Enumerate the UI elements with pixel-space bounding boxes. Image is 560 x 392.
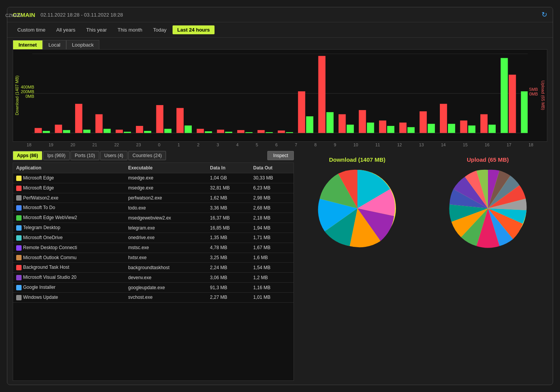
tab-internet[interactable]: Internet [13, 40, 43, 49]
svg-rect-23 [237, 130, 245, 133]
svg-rect-3 [35, 128, 42, 133]
app-exe-cell: backgroundtaskhost [125, 263, 207, 273]
svg-rect-8 [83, 130, 91, 133]
table-row[interactable]: Microsoft Outlook Commu hxtsr.exe 3,25 M… [13, 253, 293, 263]
svg-rect-37 [379, 121, 386, 133]
app-name-cell: Google Installer [13, 283, 125, 293]
svg-rect-44 [448, 124, 455, 133]
download-pie-section: Download (1407 MB) [315, 156, 400, 251]
tab-apps[interactable]: Apps (86) [13, 151, 42, 160]
svg-rect-22 [225, 132, 232, 133]
table-row[interactable]: PerfWatson2.exe perfwatson2.exe 1,62 MB … [13, 193, 293, 203]
chart-inner [32, 50, 528, 141]
app-exe-cell: perfwatson2.exe [125, 193, 207, 203]
svg-rect-29 [298, 91, 305, 133]
app-table-container[interactable]: Application Executable Data In Data Out … [13, 162, 294, 381]
tab-users[interactable]: Users (4) [100, 151, 127, 160]
col-data-out: Data Out [250, 163, 293, 173]
svg-rect-34 [347, 125, 354, 133]
tab-countries[interactable]: Countries (24) [128, 151, 166, 160]
network-tabs: Internet Local Loopback [7, 38, 553, 49]
svg-rect-41 [419, 111, 427, 133]
app-data-in-cell: 1,62 MB [207, 193, 250, 203]
app-data-out-cell: 1,01 MB [250, 292, 293, 302]
tab-loopback[interactable]: Loopback [66, 40, 99, 49]
table-row[interactable]: Background Task Host backgroundtaskhost … [13, 263, 293, 273]
app-data-in-cell: 3,25 MB [207, 253, 250, 263]
table-row[interactable]: Microsoft Edge msedge.exe 1,04 GB 30,33 … [13, 173, 293, 183]
app-data-in-cell: 16,85 MB [207, 223, 250, 233]
x-axis: 18 19 20 21 22 23 0 1 2 3 4 5 6 7 8 9 10… [13, 142, 547, 149]
refresh-button[interactable]: ↻ [542, 10, 547, 19]
left-panel: Apps (86) Ips (969) Ports (10) Users (4)… [13, 149, 294, 381]
svg-rect-30 [306, 116, 314, 133]
app-name-cell: Background Task Host [13, 263, 125, 273]
app-name-cell: Microsoft Edge WebView2 [13, 213, 125, 223]
charts-row: Download (1407 MB) [298, 156, 547, 251]
table-row[interactable]: Microsoft Visual Studio 20 devenv.exe 3,… [13, 273, 293, 283]
table-row[interactable]: Microsoft Edge msedge.exe 32,81 MB 6,23 … [13, 183, 293, 193]
svg-rect-31 [318, 56, 325, 133]
svg-rect-18 [184, 126, 192, 133]
app-data-out-cell: 1,6 MB [250, 253, 293, 263]
bottom-section: Apps (86) Ips (969) Ports (10) Users (4)… [13, 149, 547, 381]
col-executable: Executable [125, 163, 207, 173]
tab-all-years[interactable]: All years [52, 25, 80, 34]
y-label-0mb: 0MB [529, 92, 538, 96]
tab-local[interactable]: Local [43, 40, 66, 49]
app-exe-cell: mstsc.exe [125, 243, 207, 253]
y-axis-right: 5MB 0MB [528, 83, 539, 108]
svg-rect-5 [55, 125, 62, 133]
table-row[interactable]: Remote Desktop Connecti mstsc.exe 4,78 M… [13, 243, 293, 253]
app-data-out-cell: 6,23 MB [250, 183, 293, 193]
app-data-in-cell: 4,78 MB [207, 243, 250, 253]
svg-rect-48 [488, 125, 496, 133]
table-row[interactable]: Microsoft Edge WebView2 msedgewebview2.e… [13, 213, 293, 223]
svg-rect-21 [217, 130, 224, 133]
inspect-button[interactable]: Inspect [267, 151, 294, 160]
app-name-cell: Telegram Desktop [13, 223, 125, 233]
date-range: 02.11.2022 18:28 - 03.11.2022 18:28 [40, 12, 123, 18]
svg-rect-10 [104, 129, 111, 133]
svg-rect-7 [75, 104, 82, 133]
svg-rect-13 [136, 126, 143, 133]
tab-custom-time[interactable]: Custom time [13, 25, 50, 34]
app-data-out-cell: 1,2 MB [250, 273, 293, 283]
svg-rect-40 [407, 127, 415, 133]
table-row[interactable]: Microsoft To Do todo.exe 3,36 MB 2,68 MB [13, 203, 293, 213]
app-data-in-cell: 16,37 MB [207, 213, 250, 223]
download-label: Download (1407 MB) [329, 156, 386, 163]
time-tabs: Custom time All years This year This mon… [7, 22, 553, 38]
svg-rect-39 [399, 122, 407, 133]
svg-rect-6 [63, 130, 70, 133]
table-row[interactable]: Microsoft OneDrive onedrive.exe 1,35 MB … [13, 233, 293, 243]
tab-last-24-hours[interactable]: Last 24 hours [173, 25, 215, 34]
upload-pie-section: Upload (65 MB) [446, 156, 530, 251]
tab-ips[interactable]: Ips (969) [43, 151, 70, 160]
title-bar: CZMAIN 02.11.2022 18:28 - 03.11.2022 18:… [7, 7, 553, 22]
svg-rect-46 [468, 126, 476, 133]
col-data-in: Data In [207, 163, 250, 173]
app-name-cell: Microsoft Edge [13, 183, 125, 193]
app-exe-cell: todo.exe [125, 203, 207, 213]
table-row[interactable]: Telegram Desktop telegram.exe 16,85 MB 1… [13, 223, 293, 233]
svg-rect-27 [278, 131, 285, 133]
table-row[interactable]: Google Installer googleupdate.exe 91,3 M… [13, 283, 293, 293]
tab-this-year[interactable]: This year [82, 25, 111, 34]
tab-today[interactable]: Today [149, 25, 171, 34]
svg-rect-28 [286, 132, 293, 133]
app-window: CZMAIN 02.11.2022 18:28 - 03.11.2022 18:… [7, 7, 553, 385]
app-data-in-cell: 3,36 MB [207, 203, 250, 213]
app-exe-cell: telegram.exe [125, 223, 207, 233]
host-label: CZMAIN [7, 13, 22, 18]
svg-rect-12 [124, 132, 131, 133]
tab-this-month[interactable]: This month [113, 25, 147, 34]
table-row[interactable]: Windows Update svchost.exe 2,27 MB 1,01 … [13, 292, 293, 302]
tab-ports[interactable]: Ports (10) [70, 151, 99, 160]
svg-rect-36 [367, 122, 374, 133]
app-name-cell: Microsoft OneDrive [13, 233, 125, 243]
right-panel: Download (1407 MB) [298, 149, 547, 381]
y-axis-right-label: Upload (65 MB) [539, 79, 547, 112]
chart-area: Download (1407 MB) 400MB 200MB 0MB [13, 49, 547, 142]
app-exe-cell: onedrive.exe [125, 233, 207, 243]
